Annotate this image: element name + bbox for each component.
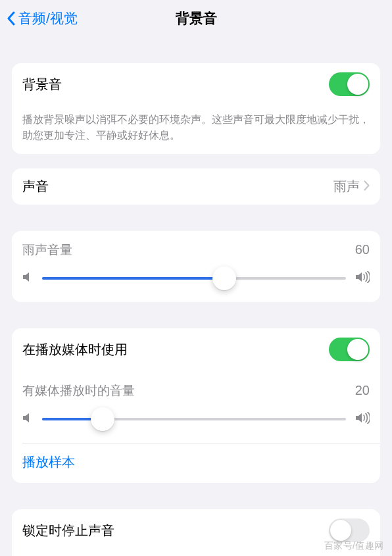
use-with-media-label: 在播放媒体时使用: [22, 341, 329, 359]
play-sample-button[interactable]: 播放样本: [22, 455, 75, 469]
stop-on-lock-toggle[interactable]: [329, 518, 370, 542]
back-button[interactable]: 音频/视觉: [0, 9, 78, 28]
chevron-left-icon: [5, 11, 16, 26]
background-sound-toggle[interactable]: [329, 72, 370, 96]
row-stop-on-lock: 锁定时停止声音: [12, 509, 380, 551]
row-background-sound: 背景音: [12, 63, 380, 105]
row-use-with-media: 在播放媒体时使用: [12, 328, 380, 370]
group-lock-stop: 锁定时停止声音 启用时，背景音在 iPad 锁定时将会停止。: [12, 509, 380, 556]
media-volume-value: 20: [355, 383, 370, 398]
volume-low-icon: [22, 412, 33, 426]
media-volume-slider[interactable]: [42, 407, 346, 431]
rain-volume-slider[interactable]: [42, 266, 346, 290]
stop-on-lock-footer: 启用时，背景音在 iPad 锁定时将会停止。: [12, 551, 380, 556]
volume-low-icon: [22, 271, 33, 286]
group-background-sound: 背景音 播放背景噪声以消弭不必要的环境杂声。这些声音可最大限度地减少干扰，助您更…: [12, 63, 380, 154]
group-rain-volume: 雨声音量 60: [12, 231, 380, 302]
volume-high-icon: [355, 412, 370, 426]
volume-high-icon: [355, 271, 370, 286]
background-sound-label: 背景音: [22, 76, 329, 93]
rain-volume-value: 60: [355, 242, 370, 257]
sound-value: 雨声: [333, 178, 360, 195]
back-label: 音频/视觉: [18, 9, 78, 28]
row-sound[interactable]: 声音 雨声: [12, 168, 380, 205]
group-sound: 声音 雨声: [12, 168, 380, 205]
background-sound-footer: 播放背景噪声以消弭不必要的环境杂声。这些声音可最大限度地减少干扰，助您更加专注、…: [12, 105, 380, 154]
media-volume-title: 有媒体播放时的音量: [22, 382, 135, 399]
chevron-right-icon: [364, 180, 370, 193]
stop-on-lock-label: 锁定时停止声音: [22, 522, 329, 540]
sound-label: 声音: [22, 178, 333, 195]
rain-volume-title: 雨声音量: [22, 241, 72, 259]
navigation-bar: 音频/视觉 背景音: [0, 0, 392, 37]
group-media: 在播放媒体时使用 有媒体播放时的音量 20 播放样本: [12, 328, 380, 483]
use-with-media-toggle[interactable]: [329, 338, 370, 361]
